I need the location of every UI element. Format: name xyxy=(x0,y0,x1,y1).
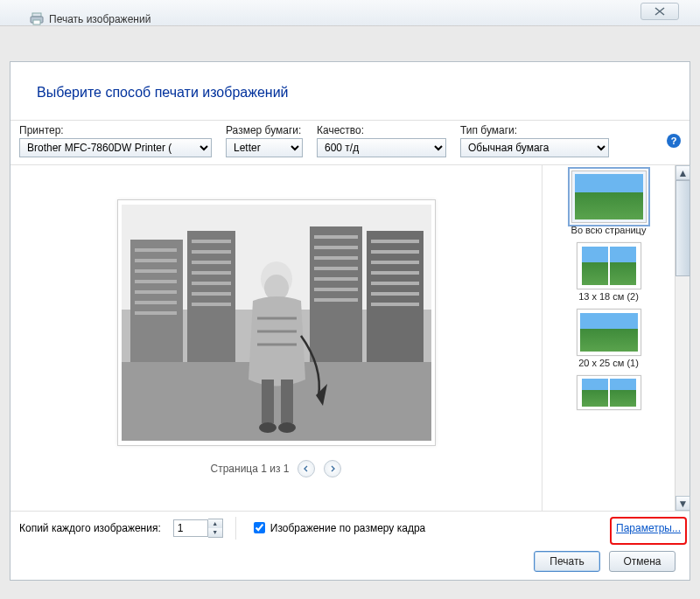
print-dialog: Выберите способ печати изображений Принт… xyxy=(10,61,690,581)
svg-rect-21 xyxy=(192,271,231,275)
svg-rect-16 xyxy=(135,301,177,304)
svg-rect-14 xyxy=(135,280,177,283)
layout-13x18[interactable]: 13 x 18 см (2) xyxy=(577,242,641,302)
svg-rect-38 xyxy=(371,303,419,306)
paging: Страница 1 из 1 xyxy=(211,460,342,477)
copies-input[interactable] xyxy=(173,519,208,537)
layout-label: 20 x 25 см (1) xyxy=(578,358,639,368)
svg-rect-44 xyxy=(262,380,274,423)
svg-rect-12 xyxy=(135,259,177,262)
layout-20x25[interactable]: 20 x 25 см (1) xyxy=(577,309,641,368)
svg-rect-15 xyxy=(135,290,177,294)
svg-rect-23 xyxy=(192,292,231,296)
svg-rect-37 xyxy=(371,292,419,296)
window-title: Печать изображений xyxy=(30,12,150,26)
preview-pane: Страница 1 из 1 xyxy=(10,165,542,511)
scroll-up-button[interactable]: ▲ xyxy=(676,165,690,180)
svg-rect-27 xyxy=(314,256,358,260)
svg-rect-19 xyxy=(192,250,231,254)
copies-label: Копий каждого изображения: xyxy=(19,522,161,534)
svg-rect-13 xyxy=(135,269,177,273)
layouts-scrollbar[interactable]: ▲ ▼ xyxy=(675,165,690,511)
help-button[interactable]: ? xyxy=(667,134,681,148)
fit-frame-input[interactable] xyxy=(254,522,265,533)
scroll-thumb[interactable] xyxy=(676,180,690,276)
cancel-button[interactable]: Отмена xyxy=(609,551,676,572)
svg-rect-17 xyxy=(135,311,177,315)
paper-size-label: Размер бумаги: xyxy=(226,124,303,136)
svg-rect-33 xyxy=(371,250,419,254)
svg-rect-36 xyxy=(371,282,419,285)
spin-up-button[interactable]: ▲ xyxy=(208,519,222,528)
close-button[interactable] xyxy=(640,3,679,20)
svg-rect-34 xyxy=(371,261,419,264)
quality-label: Качество: xyxy=(317,124,446,136)
footer: Копий каждого изображения: ▲ ▼ Изображен… xyxy=(10,511,690,544)
printer-label: Принтер: xyxy=(19,124,212,136)
paper-size-combo[interactable]: Letter xyxy=(226,138,303,157)
quality-combo[interactable]: 600 т/д xyxy=(317,138,446,157)
window-title-text: Печать изображений xyxy=(49,13,150,25)
layouts-pane: Во всю страницу 13 x 18 см (2) 20 x 25 с… xyxy=(542,165,675,511)
svg-rect-24 xyxy=(192,303,231,306)
paper-type-label: Тип бумаги: xyxy=(460,124,609,136)
parameters-link[interactable]: Параметры... xyxy=(616,522,681,534)
preview-image xyxy=(122,205,431,441)
svg-rect-25 xyxy=(314,235,358,239)
svg-rect-0 xyxy=(32,13,41,17)
svg-rect-29 xyxy=(314,277,358,281)
paper-type-combo[interactable]: Обычная бумага xyxy=(460,138,609,157)
layout-label: Во всю страницу xyxy=(571,225,647,235)
copies-spinner[interactable]: ▲ ▼ xyxy=(173,519,223,538)
preview-frame xyxy=(117,199,436,446)
next-page-button[interactable] xyxy=(324,460,341,477)
layout-extra[interactable] xyxy=(577,375,641,410)
svg-rect-31 xyxy=(314,298,358,302)
dialog-buttons: Печать Отмена xyxy=(10,544,690,579)
print-button[interactable]: Печать xyxy=(534,551,600,572)
fit-frame-checkbox[interactable]: Изображение по размеру кадра xyxy=(254,522,425,534)
fit-frame-label: Изображение по размеру кадра xyxy=(270,522,425,534)
svg-rect-30 xyxy=(314,288,358,291)
svg-rect-11 xyxy=(135,248,177,252)
spin-down-button[interactable]: ▼ xyxy=(208,528,222,537)
layout-full-page[interactable]: Во всю страницу xyxy=(571,171,647,235)
svg-rect-28 xyxy=(314,267,358,270)
svg-rect-20 xyxy=(192,261,231,264)
svg-rect-26 xyxy=(314,246,358,249)
svg-rect-35 xyxy=(371,271,419,275)
page-indicator: Страница 1 из 1 xyxy=(211,463,290,475)
svg-point-46 xyxy=(259,422,276,433)
scroll-down-button[interactable]: ▼ xyxy=(676,496,690,511)
svg-rect-22 xyxy=(192,282,231,285)
printer-combo[interactable]: Brother MFC-7860DW Printer ( xyxy=(19,138,212,157)
svg-rect-2 xyxy=(33,20,40,24)
dialog-header-text: Выберите способ печати изображений xyxy=(37,85,690,101)
prev-page-button[interactable] xyxy=(298,460,315,477)
svg-rect-45 xyxy=(281,380,293,423)
dialog-header: Выберите способ печати изображений xyxy=(10,62,690,120)
layout-label: 13 x 18 см (2) xyxy=(578,291,639,302)
chevron-right-icon xyxy=(329,465,336,472)
close-icon xyxy=(654,7,665,16)
options-row: Принтер: Brother MFC-7860DW Printer ( Ра… xyxy=(10,120,690,165)
printer-icon xyxy=(30,12,44,26)
chevron-left-icon xyxy=(303,465,310,472)
main-area: Страница 1 из 1 Во всю страницу 13 x 18 … xyxy=(10,165,690,511)
svg-point-47 xyxy=(278,422,296,433)
svg-rect-18 xyxy=(192,240,231,243)
svg-rect-32 xyxy=(371,240,419,243)
